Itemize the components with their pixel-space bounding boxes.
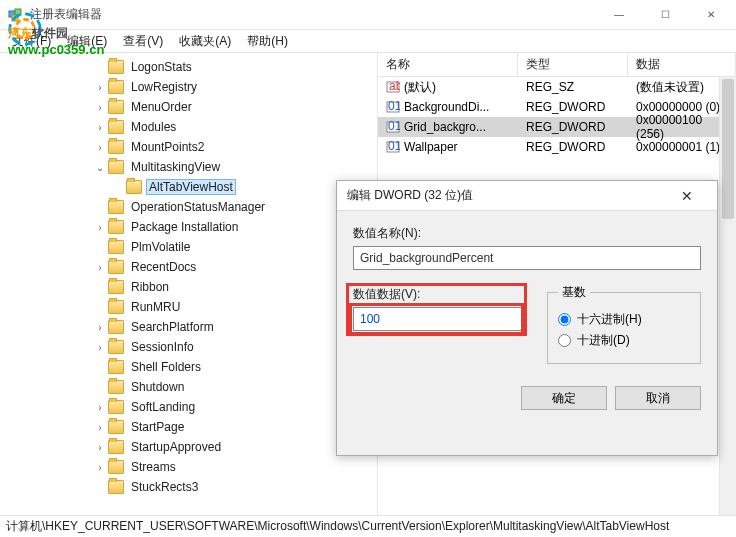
tree-item[interactable]: ›SoftLanding [2, 397, 377, 417]
tree-item[interactable]: ›SearchPlatform [2, 317, 377, 337]
tree-item[interactable]: StuckRects3 [2, 477, 377, 497]
list-row[interactable]: ab(默认)REG_SZ(数值未设置) [378, 77, 736, 97]
list-row[interactable]: 011Grid_backgro...REG_DWORD0x00000100 (2… [378, 117, 736, 137]
chevron-right-icon[interactable]: › [92, 119, 108, 135]
chevron-right-icon[interactable]: › [92, 99, 108, 115]
folder-icon [108, 440, 124, 454]
menu-fav[interactable]: 收藏夹(A) [173, 31, 237, 52]
close-button[interactable]: ✕ [688, 0, 734, 30]
svg-point-3 [16, 20, 35, 39]
value-type: REG_DWORD [518, 140, 628, 154]
tree-item[interactable]: ›Package Installation [2, 217, 377, 237]
tree-item[interactable]: ›LowRegistry [2, 77, 377, 97]
radix-hex-option[interactable]: 十六进制(H) [558, 311, 690, 328]
value-name: Grid_backgro... [404, 120, 486, 134]
maximize-button[interactable]: ☐ [642, 0, 688, 30]
statusbar: 计算机\HKEY_CURRENT_USER\SOFTWARE\Microsoft… [0, 515, 736, 537]
folder-icon [108, 160, 124, 174]
value-data-input[interactable] [353, 307, 525, 331]
tree-item[interactable]: Shutdown [2, 377, 377, 397]
expand-placeholder [92, 379, 108, 395]
radix-hex-label: 十六进制(H) [577, 311, 642, 328]
status-path: 计算机\HKEY_CURRENT_USER\SOFTWARE\Microsoft… [6, 518, 669, 535]
ok-button[interactable]: 确定 [521, 386, 607, 410]
svg-text:011: 011 [388, 100, 400, 113]
registry-tree[interactable]: LogonStats›LowRegistry›MenuOrder›Modules… [0, 53, 377, 501]
chevron-right-icon[interactable]: › [92, 439, 108, 455]
tree-item[interactable]: RunMRU [2, 297, 377, 317]
chevron-right-icon[interactable]: › [92, 339, 108, 355]
cancel-button[interactable]: 取消 [615, 386, 701, 410]
chevron-right-icon[interactable]: › [92, 459, 108, 475]
tree-item-label: SoftLanding [128, 399, 198, 415]
titlebar: 注册表编辑器 — ☐ ✕ [0, 0, 736, 30]
value-data-label: 数值数据(V): [353, 286, 525, 303]
tree-item[interactable]: AltTabViewHost [2, 177, 377, 197]
tree-item[interactable]: ›StartupApproved [2, 437, 377, 457]
tree-item[interactable]: LogonStats [2, 57, 377, 77]
tree-item[interactable]: PlmVolatile [2, 237, 377, 257]
tree-item-label: Streams [128, 459, 179, 475]
expand-placeholder [92, 279, 108, 295]
tree-item[interactable]: ›StartPage [2, 417, 377, 437]
radix-dec-option[interactable]: 十进制(D) [558, 332, 690, 349]
col-name[interactable]: 名称 [378, 53, 518, 76]
tree-item[interactable]: ›SessionInfo [2, 337, 377, 357]
tree-item[interactable]: ›MenuOrder [2, 97, 377, 117]
watermark-icon [6, 10, 44, 48]
chevron-right-icon[interactable]: › [92, 139, 108, 155]
folder-icon [108, 420, 124, 434]
dialog-titlebar[interactable]: 编辑 DWORD (32 位)值 ✕ [337, 181, 717, 211]
tree-item-label: StartupApproved [128, 439, 224, 455]
radix-dec-label: 十进制(D) [577, 332, 630, 349]
chevron-right-icon[interactable]: › [92, 79, 108, 95]
folder-icon [108, 140, 124, 154]
expand-placeholder [92, 199, 108, 215]
value-list[interactable]: ab(默认)REG_SZ(数值未设置)011BackgroundDi...REG… [378, 77, 736, 157]
menu-edit[interactable]: 编辑(E) [61, 31, 113, 52]
binary-value-icon: 011 [386, 140, 400, 154]
col-type[interactable]: 类型 [518, 53, 628, 76]
chevron-down-icon[interactable]: ⌄ [92, 159, 108, 175]
minimize-button[interactable]: — [596, 0, 642, 30]
edit-dword-dialog: 编辑 DWORD (32 位)值 ✕ 数值名称(N): 数值数据(V): 基数 … [336, 180, 718, 456]
folder-icon [108, 280, 124, 294]
binary-value-icon: 011 [386, 100, 400, 114]
tree-item[interactable]: ›Streams [2, 457, 377, 477]
radix-dec-radio[interactable] [558, 334, 571, 347]
list-row[interactable]: 011WallpaperREG_DWORD0x00000001 (1) [378, 137, 736, 157]
tree-item-label: StuckRects3 [128, 479, 201, 495]
tree-item[interactable]: ›RecentDocs [2, 257, 377, 277]
expand-placeholder [92, 299, 108, 315]
tree-item[interactable]: OperationStatusManager [2, 197, 377, 217]
folder-icon [108, 80, 124, 94]
folder-icon [108, 60, 124, 74]
tree-item-label: RecentDocs [128, 259, 199, 275]
chevron-right-icon[interactable]: › [92, 219, 108, 235]
tree-item-label: Modules [128, 119, 179, 135]
radix-group: 基数 十六进制(H) 十进制(D) [547, 284, 701, 364]
value-name-input[interactable] [353, 246, 701, 270]
chevron-right-icon[interactable]: › [92, 259, 108, 275]
tree-item-label: PlmVolatile [128, 239, 193, 255]
tree-item[interactable]: ›MountPoints2 [2, 137, 377, 157]
chevron-right-icon[interactable]: › [92, 319, 108, 335]
value-type: REG_SZ [518, 80, 628, 94]
radix-hex-radio[interactable] [558, 313, 571, 326]
dialog-close-button[interactable]: ✕ [667, 188, 707, 204]
tree-item[interactable]: Ribbon [2, 277, 377, 297]
col-data[interactable]: 数据 [628, 53, 736, 76]
tree-item[interactable]: ⌄MultitaskingView [2, 157, 377, 177]
tree-item[interactable]: ›Modules [2, 117, 377, 137]
menu-view[interactable]: 查看(V) [117, 31, 169, 52]
folder-icon [108, 300, 124, 314]
window-title: 注册表编辑器 [30, 6, 596, 23]
chevron-right-icon[interactable]: › [92, 419, 108, 435]
chevron-right-icon[interactable]: › [92, 399, 108, 415]
menu-help[interactable]: 帮助(H) [241, 31, 294, 52]
folder-icon [108, 240, 124, 254]
folder-icon [108, 380, 124, 394]
folder-icon [126, 180, 142, 194]
tree-item[interactable]: Shell Folders [2, 357, 377, 377]
tree-item-label: LowRegistry [128, 79, 200, 95]
